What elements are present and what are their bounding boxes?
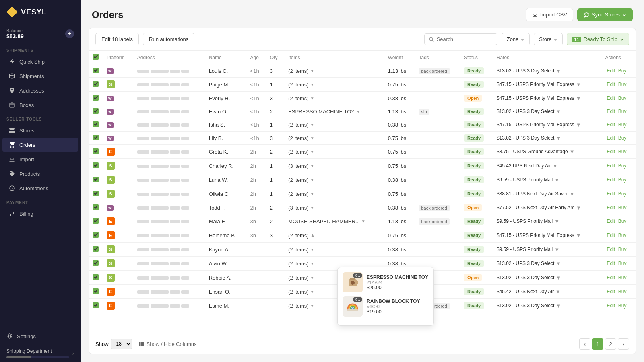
edit-button[interactable]: Edit <box>605 148 617 155</box>
items-cell[interactable]: (2 items) ▼ <box>288 191 380 197</box>
sidebar-item-addresses[interactable]: Addresses <box>2 84 78 97</box>
rate-chevron-icon[interactable]: ▼ <box>576 95 581 101</box>
row-checkbox[interactable] <box>93 121 99 127</box>
row-checkbox[interactable] <box>93 246 99 252</box>
buy-button[interactable]: Buy <box>618 135 627 141</box>
zone-filter-button[interactable]: Zone <box>502 33 530 45</box>
row-checkbox[interactable] <box>93 288 99 294</box>
items-cell[interactable]: (2 items) ▼ <box>288 68 380 74</box>
rate-chevron-icon[interactable]: ▼ <box>556 68 561 74</box>
edit-button[interactable]: Edit <box>605 162 617 169</box>
show-rows-select[interactable]: 18 25 50 <box>111 339 132 349</box>
row-checkbox[interactable] <box>93 162 99 168</box>
edit-button[interactable]: Edit <box>605 204 617 211</box>
row-checkbox[interactable] <box>93 177 99 182</box>
edit-button[interactable]: Edit <box>605 121 617 128</box>
select-all-checkbox[interactable] <box>93 54 99 60</box>
edit-button[interactable]: Edit <box>605 134 617 142</box>
prev-page-button[interactable]: ‹ <box>579 338 590 350</box>
sidebar-item-products[interactable]: Products <box>2 167 78 181</box>
edit-button[interactable]: Edit <box>605 274 617 281</box>
run-automations-button[interactable]: Run automations <box>143 33 194 45</box>
search-box[interactable] <box>424 33 497 45</box>
sidebar-item-billing[interactable]: Billing <box>2 207 78 220</box>
edit-button[interactable]: Edit <box>605 108 617 115</box>
page-2-button[interactable]: 2 <box>605 338 616 350</box>
edit-button[interactable]: Edit <box>605 81 617 88</box>
rate-chevron-icon[interactable]: ▼ <box>576 232 581 239</box>
rate-chevron-icon[interactable]: ▼ <box>576 82 581 88</box>
rate-chevron-icon[interactable]: ▼ <box>570 191 575 197</box>
rate-chevron-icon[interactable]: ▼ <box>556 261 561 267</box>
buy-button[interactable]: Buy <box>618 122 627 128</box>
buy-button[interactable]: Buy <box>618 191 627 197</box>
row-checkbox[interactable] <box>93 274 99 280</box>
add-balance-button[interactable]: + <box>65 29 74 38</box>
rate-chevron-icon[interactable]: ▼ <box>554 218 559 224</box>
rate-chevron-icon[interactable]: ▼ <box>556 135 561 141</box>
edit-button[interactable]: Edit <box>605 302 617 309</box>
rate-chevron-icon[interactable]: ▼ <box>555 289 561 295</box>
buy-button[interactable]: Buy <box>618 303 627 309</box>
row-checkbox[interactable] <box>93 232 99 238</box>
buy-button[interactable]: Buy <box>618 163 627 169</box>
row-checkbox[interactable] <box>93 260 99 266</box>
search-input[interactable] <box>437 36 493 42</box>
row-checkbox[interactable] <box>93 81 99 87</box>
store-filter-button[interactable]: Store <box>534 33 563 45</box>
rate-chevron-icon[interactable]: ▼ <box>553 163 558 169</box>
row-checkbox[interactable] <box>93 218 99 224</box>
items-cell[interactable]: (2 items) ▼ <box>288 135 380 141</box>
rate-chevron-icon[interactable]: ▼ <box>576 205 581 211</box>
items-cell[interactable]: (2 items) ▼ <box>288 122 380 128</box>
buy-button[interactable]: Buy <box>618 68 627 74</box>
edit-button[interactable]: Edit <box>605 246 617 253</box>
buy-button[interactable]: Buy <box>618 109 627 114</box>
buy-button[interactable]: Buy <box>618 82 627 87</box>
buy-button[interactable]: Buy <box>618 247 627 252</box>
sidebar-item-settings[interactable]: Settings <box>0 328 80 344</box>
edit-button[interactable]: Edit <box>605 190 617 197</box>
row-checkbox[interactable] <box>93 95 99 101</box>
items-cell[interactable]: (2 items) ▼ <box>288 149 380 155</box>
shipping-department[interactable]: Shipping Department › <box>0 344 80 362</box>
import-csv-button[interactable]: Import CSV <box>526 8 573 21</box>
ready-to-ship-button[interactable]: 11 Ready To Ship <box>567 33 629 45</box>
rate-chevron-icon[interactable]: ▼ <box>556 275 561 281</box>
sidebar-item-import[interactable]: Import <box>2 152 78 166</box>
sync-stores-button[interactable]: Sync Stores <box>577 8 633 21</box>
rate-chevron-icon[interactable]: ▼ <box>576 122 581 128</box>
items-cell[interactable]: (2 items) ▼ <box>288 247 380 253</box>
row-checkbox[interactable] <box>93 204 99 210</box>
rate-chevron-icon[interactable]: ▼ <box>554 177 559 183</box>
buy-button[interactable]: Buy <box>618 218 627 224</box>
row-checkbox[interactable] <box>93 148 99 154</box>
buy-button[interactable]: Buy <box>618 149 627 154</box>
next-page-button[interactable]: › <box>618 338 629 350</box>
row-checkbox[interactable] <box>93 302 99 308</box>
buy-button[interactable]: Buy <box>618 275 627 280</box>
edit-labels-button[interactable]: Edit 18 labels <box>95 33 139 45</box>
buy-button[interactable]: Buy <box>618 205 627 210</box>
row-checkbox[interactable] <box>93 135 99 140</box>
items-cell[interactable]: (3 items) ▼ <box>288 205 380 211</box>
edit-button[interactable]: Edit <box>605 95 617 102</box>
edit-button[interactable]: Edit <box>605 260 617 267</box>
row-checkbox[interactable] <box>93 108 99 114</box>
rate-chevron-icon[interactable]: ▼ <box>554 247 559 253</box>
buy-button[interactable]: Buy <box>618 177 627 183</box>
sidebar-item-orders[interactable]: Orders <box>2 138 78 152</box>
items-cell[interactable]: (3 items) ▼ <box>288 163 380 169</box>
items-cell[interactable]: (2 items) ▼ <box>288 261 380 267</box>
items-cell[interactable]: MOUSE-SHAPED HAMMER... ▼ <box>288 218 380 224</box>
show-hide-columns-button[interactable]: Show / Hide Columns <box>138 341 197 347</box>
rate-chevron-icon[interactable]: ▼ <box>556 303 561 309</box>
buy-button[interactable]: Buy <box>618 95 627 101</box>
row-checkbox[interactable] <box>93 68 99 73</box>
edit-button[interactable]: Edit <box>605 218 617 225</box>
sidebar-item-stores[interactable]: Stores <box>2 123 78 137</box>
rate-chevron-icon[interactable]: ▼ <box>570 149 575 155</box>
items-cell[interactable]: (2 items) ▼ <box>288 177 380 183</box>
items-cell[interactable]: ESPRESSO MACHINE TOY ▼ <box>288 109 380 115</box>
sidebar-item-shipments[interactable]: Shipments <box>2 69 78 83</box>
